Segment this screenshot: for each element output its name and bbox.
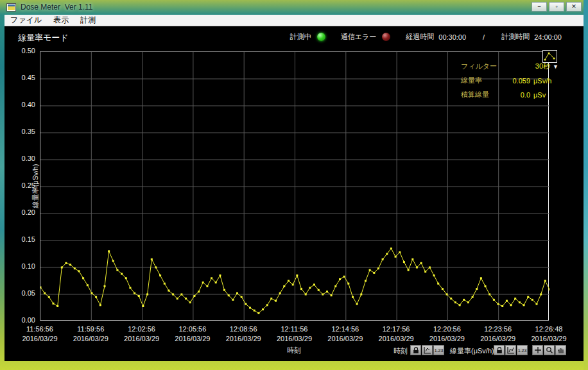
window-title: Dose Meter Ver 1.11 <box>21 3 93 12</box>
cumulative-unit: μSv <box>530 91 558 99</box>
filter-label: フィルター <box>461 62 497 71</box>
y-tick-label: 0.35 <box>7 128 35 135</box>
y-tick-label: 0.00 <box>7 316 35 324</box>
measuring-label: 計測中 <box>290 32 311 42</box>
dose-rate-label: 線量率 <box>461 76 482 85</box>
elapsed-label: 経過時間 <box>406 32 434 42</box>
pan-hand-icon[interactable] <box>555 345 566 355</box>
y-tick-label: 0.30 <box>7 155 35 162</box>
dose-rate-value: 0.059 <box>482 77 530 85</box>
y-tick-label: 0.40 <box>7 101 35 108</box>
x-tick-label: 12:02:562016/03/29 <box>124 324 159 344</box>
x-tick-label: 12:23:562016/03/29 <box>480 324 515 344</box>
comm-error-led-icon <box>382 33 390 41</box>
y-scale-label: 線量率(μSv/h) <box>450 346 494 356</box>
duration-label: 計測時間 <box>501 32 530 42</box>
y-autoscale-icon[interactable] <box>505 345 516 355</box>
x-tick-label: 12:14:562016/03/29 <box>327 324 363 344</box>
comm-error-label: 通信エラー <box>341 32 377 42</box>
zoom-magnifier-icon[interactable] <box>544 345 555 355</box>
close-button[interactable]: ✕ <box>566 2 582 12</box>
y-scale-lock-icon[interactable] <box>494 345 505 355</box>
cursor-crosshair-icon[interactable] <box>532 345 543 355</box>
x-tick-label: 12:26:482016/03/29 <box>531 324 566 344</box>
x-scale-label: 時刻 <box>393 346 408 356</box>
page-title: 線量率モード <box>18 32 69 44</box>
y-tick-label: 0.50 <box>7 47 35 55</box>
elapsed-value: 00:30:00 <box>438 33 466 41</box>
y-tick-label: 0.45 <box>7 74 35 81</box>
x-tick-label: 12:05:562016/03/29 <box>175 324 210 344</box>
cumulative-label: 積算線量 <box>461 90 489 99</box>
y-tick-label: 0.05 <box>7 289 35 297</box>
app-icon <box>6 3 16 12</box>
x-scale-lock-icon[interactable] <box>410 345 421 355</box>
cumulative-value: 0.0 <box>489 91 530 99</box>
x-tick-label: 12:20:562016/03/29 <box>429 324 465 344</box>
menu-view[interactable]: 表示 <box>48 14 74 26</box>
cumulative-dose-row: 積算線量 0.0 μSv <box>461 90 558 99</box>
x-tick-label: 12:17:562016/03/29 <box>379 324 414 344</box>
y-tick-label: 0.10 <box>7 262 35 270</box>
duration-value: 24:00:00 <box>534 33 562 41</box>
measuring-led-icon <box>317 33 325 41</box>
window-border <box>584 0 588 370</box>
menu-measure[interactable]: 計測 <box>74 14 101 26</box>
y-tick-label: 0.25 <box>7 181 35 189</box>
status-row: 計測中 通信エラー 経過時間 00:30:00 / 計測時間 24:00:00 <box>290 32 562 42</box>
x-tick-label: 12:08:562016/03/29 <box>226 324 261 344</box>
scale-toolbar: 時刻 1.23 線量率(μSv/h) 1.23 <box>4 345 584 356</box>
time-separator: / <box>483 33 485 41</box>
dose-rate-row: 線量率 0.059 μSv/h <box>461 76 558 85</box>
y-tick-label: 0.15 <box>7 235 35 243</box>
x-tick-label: 11:59:562016/03/29 <box>73 324 108 344</box>
x-format-icon[interactable]: 1.23 <box>433 345 444 355</box>
x-tick-label: 12:11:562016/03/29 <box>277 324 312 344</box>
dose-rate-unit: μSv/h <box>530 77 558 85</box>
filter-select[interactable]: 30秒 <box>497 62 550 71</box>
filter-row: フィルター 30秒 ▼ <box>461 62 558 71</box>
menu-bar: ファイル 表示 計測 <box>4 15 584 26</box>
y-format-icon[interactable]: 1.23 <box>517 345 528 355</box>
x-tick-label: 11:56:562016/03/29 <box>22 324 57 344</box>
plot-legend-icon[interactable] <box>542 50 557 63</box>
menu-file[interactable]: ファイル <box>4 14 48 26</box>
y-tick-label: 0.20 <box>7 208 35 216</box>
minimize-button[interactable]: – <box>532 2 547 12</box>
x-autoscale-icon[interactable] <box>422 345 433 355</box>
chevron-down-icon[interactable]: ▼ <box>550 63 558 70</box>
app-window: Dose Meter Ver 1.11 – ▫ ✕ ファイル 表示 計測 線量率… <box>0 0 588 370</box>
client-area: 線量率モード 計測中 通信エラー 経過時間 00:30:00 / 計測時間 24… <box>4 26 584 361</box>
title-bar[interactable]: Dose Meter Ver 1.11 – ▫ ✕ <box>0 0 588 15</box>
maximize-button[interactable]: ▫ <box>549 2 564 12</box>
